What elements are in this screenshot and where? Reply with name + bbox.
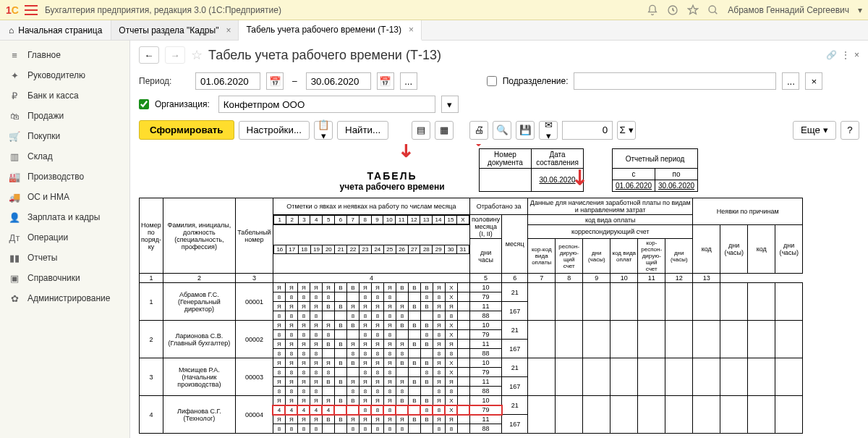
logo-1c: 1C — [6, 4, 19, 16]
bell-icon[interactable] — [647, 4, 658, 16]
subdivision-input[interactable] — [574, 72, 776, 90]
organization-dropdown-button[interactable]: ▾ — [441, 96, 459, 113]
document-title: ТАБЕЛЬ учета рабочего времени — [284, 170, 501, 192]
sidebar-item[interactable]: 🏭Производство — [0, 167, 129, 187]
home-tab[interactable]: ⌂ Начальная страница — [0, 20, 111, 40]
sidebar-label: ОС и НМА — [27, 192, 69, 202]
tabsbar: ⌂ Начальная страница Отчеты раздела "Кад… — [0, 20, 868, 41]
help-button[interactable]: ? — [841, 121, 859, 140]
save-button[interactable]: 💾 — [516, 121, 535, 140]
subdivision-clear-button[interactable]: × — [805, 72, 822, 90]
titlebar: 1C Бухгалтерия предприятия, редакция 3.0… — [0, 0, 868, 20]
preview-button[interactable]: 🔍 — [493, 121, 511, 140]
sidebar-label: Продажи — [27, 111, 64, 121]
sidebar-label: Покупки — [27, 131, 60, 141]
close-page-icon[interactable]: × — [854, 50, 859, 60]
sidebar-item[interactable]: 🛍Продажи — [0, 106, 129, 126]
sidebar-item[interactable]: 🛒Покупки — [0, 126, 129, 146]
burger-icon[interactable] — [25, 5, 38, 15]
date-to-input[interactable] — [306, 72, 371, 90]
sidebar-item[interactable]: ✿Администрирование — [0, 288, 129, 308]
sidebar-item[interactable]: 👤Зарплата и кадры — [0, 207, 129, 227]
calendar-to-button[interactable]: 📅 — [377, 72, 394, 90]
sidebar-item[interactable]: ≡Главное — [0, 45, 129, 65]
send-button[interactable]: ✉▾ — [539, 121, 558, 140]
sidebar-item[interactable]: ✦Руководителю — [0, 65, 129, 85]
sidebar-icon: ✿ — [9, 292, 20, 304]
sidebar-label: Главное — [27, 50, 61, 60]
sidebar-label: Производство — [27, 172, 84, 182]
user-name[interactable]: Абрамов Геннадий Сергеевич — [728, 5, 849, 15]
sidebar-icon: 🏭 — [9, 171, 20, 182]
organization-checkbox[interactable] — [139, 99, 149, 109]
star-icon[interactable] — [687, 4, 699, 16]
sidebar-item[interactable]: ₽Банк и касса — [0, 85, 129, 106]
back-button[interactable]: ← — [139, 46, 159, 64]
svg-point-1 — [709, 6, 715, 12]
generate-button[interactable]: Сформировать — [139, 120, 234, 140]
sidebar-icon: ✦ — [9, 70, 20, 81]
sidebar: ≡Главное✦Руководителю₽Банк и касса🛍Прода… — [0, 41, 130, 438]
dash: – — [289, 76, 300, 86]
date-from-input[interactable] — [195, 72, 260, 90]
sidebar-icon: ▥ — [9, 151, 20, 162]
close-icon[interactable]: × — [409, 25, 414, 35]
sidebar-label: Склад — [27, 151, 53, 161]
table-row: 4 Лифанова С.Г. (Технолог) 00004 ЯЯЯЯЯВВ… — [140, 396, 803, 405]
user-dropdown-icon[interactable]: ▾ — [858, 5, 862, 15]
subdivision-checkbox[interactable] — [487, 76, 497, 86]
expand-groups-button[interactable]: ▤ — [412, 121, 430, 140]
timesheet-table: Номер по поряд-ку Фамилия, инициалы, дол… — [139, 198, 803, 434]
document-header-table: Номер документа Дата составления Отчетны… — [479, 148, 698, 192]
history-icon[interactable] — [667, 4, 678, 16]
close-icon[interactable]: × — [226, 25, 231, 35]
link-icon[interactable]: 🔗 — [826, 50, 837, 60]
organization-label: Организация: — [155, 99, 210, 109]
subdivision-pick-button[interactable]: ... — [782, 72, 799, 90]
calendar-from-button[interactable]: 📅 — [266, 72, 284, 90]
home-tab-label: Начальная страница — [18, 25, 102, 35]
favorite-star-icon[interactable]: ☆ — [191, 47, 203, 63]
sidebar-icon: ₽ — [9, 90, 20, 101]
settings-button[interactable]: Настройки... — [239, 121, 310, 140]
period-picker-button[interactable]: ... — [400, 72, 417, 90]
tab-reports-kadry[interactable]: Отчеты раздела "Кадры" × — [111, 20, 239, 40]
print-button[interactable]: 🖨 — [469, 121, 488, 140]
table-row: 1 Абрамов Г.С. (Генеральный директор) 00… — [140, 283, 803, 292]
sidebar-label: Руководителю — [27, 70, 85, 80]
sidebar-item[interactable]: 🚚ОС и НМА — [0, 187, 129, 207]
copy-settings-button[interactable]: 📋▾ — [314, 121, 333, 140]
sidebar-label: Отчеты — [27, 253, 57, 263]
app-title: Бухгалтерия предприятия, редакция 3.0 (1… — [45, 5, 281, 15]
annotation-arrow: ↘ — [392, 144, 421, 163]
find-button[interactable]: Найти... — [337, 121, 388, 140]
sidebar-label: Справочники — [27, 273, 80, 283]
sidebar-label: Администрирование — [27, 293, 110, 303]
sidebar-item[interactable]: ▥Склад — [0, 146, 129, 167]
content: ← → ☆ Табель учета рабочего времени (Т-1… — [130, 41, 868, 438]
home-icon: ⌂ — [9, 25, 14, 35]
sidebar-icon: 🛒 — [9, 130, 20, 142]
report-area[interactable]: ↘ ↖ ↖ Номер документа Дата составления О… — [130, 144, 868, 438]
sidebar-label: Зарплата и кадры — [27, 212, 100, 222]
sigma-button[interactable]: Σ▾ — [617, 121, 636, 140]
forward-button[interactable]: → — [165, 46, 185, 64]
more-menu-icon[interactable]: ⋮ — [841, 50, 850, 60]
sidebar-item[interactable]: ▮▮Отчеты — [0, 248, 129, 268]
more-button[interactable]: Еще ▾ — [793, 121, 836, 140]
tab-timesheet[interactable]: Табель учета рабочего времени (Т-13) × — [239, 20, 422, 41]
page-title: Табель учета рабочего времени (Т-13) — [208, 48, 441, 63]
table-row: 3 Мясищев Р.А. (Начальник производства) … — [140, 358, 803, 368]
sidebar-item[interactable]: ДтОперации — [0, 227, 129, 248]
sidebar-icon: 👤 — [9, 211, 20, 223]
search-icon[interactable] — [707, 4, 719, 16]
collapse-groups-button[interactable]: ▦ — [435, 121, 454, 140]
table-row: 2 Ларионова С.В. (Главный бухгалтер) 000… — [140, 321, 803, 330]
organization-input[interactable] — [218, 96, 435, 113]
tab-label: Отчеты раздела "Кадры" — [119, 25, 218, 35]
period-label: Период: — [139, 76, 190, 86]
sidebar-item[interactable]: ▣Справочники — [0, 268, 129, 288]
sum-input[interactable] — [562, 121, 613, 140]
sidebar-icon: 🚚 — [9, 191, 20, 203]
sidebar-icon: ▮▮ — [9, 252, 20, 264]
